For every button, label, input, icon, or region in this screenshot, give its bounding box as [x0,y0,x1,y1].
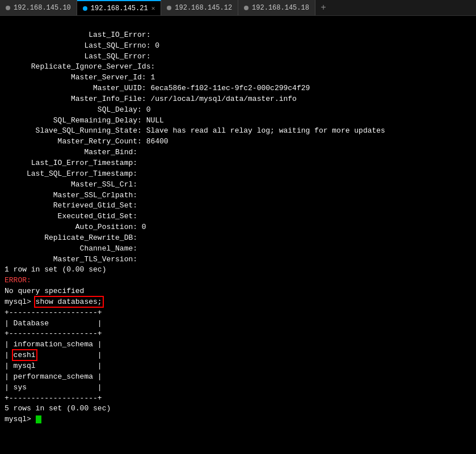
terminal-line: Executed_Gtid_Set: [5,211,471,222]
terminal-line: Replicate_Ignore_Server_Ids: [5,62,471,73]
terminal-cursor [36,415,41,423]
terminal-line: Last_SQL_Errno: 0 [5,41,471,52]
terminal-line: Auto_Position: 0 [5,222,471,233]
terminal-line: mysql> [5,414,471,425]
error-label: ERROR: [5,276,31,285]
add-tab-button[interactable]: + [315,0,331,15]
terminal-line: Retrieved_Gtid_Set: [5,201,471,211]
terminal-line: 5 rows in set (0.00 sec) [5,404,471,414]
tab-2-label: 192.168.145.21 [91,5,148,12]
terminal-line: Master_SSL_Crl: [5,180,471,190]
terminal-line: Slave_SQL_Running_State: Slave has read … [5,126,471,137]
terminal-line: Channel_Name: [5,244,471,254]
terminal-line: | information_schema | [5,340,471,350]
terminal-line: No query specified [5,286,471,297]
terminal-line: Master_Server_Id: 1 [5,73,471,83]
terminal-line: mysql> show databases; [5,297,471,308]
terminal-line: | performance_schema | [5,372,471,383]
terminal-line: Last_IO_Error_Timestamp: [5,158,471,169]
terminal-line: Master_TLS_Version: [5,254,471,265]
tab-2[interactable]: 192.168.145.21 ✕ [77,0,161,15]
tab-4-dot [244,6,248,10]
terminal-line: Master_Retry_Count: 86400 [5,137,471,147]
terminal-line: | mysql | [5,361,471,372]
tab-3[interactable]: 192.168.145.12 [161,0,238,15]
tab-2-dot [83,6,87,11]
terminal-line: Last_SQL_Error: [5,52,471,62]
terminal-line: +--------------------+ [5,308,471,319]
tab-4-label: 192.168.145.18 [252,4,309,12]
tab-3-label: 192.168.145.12 [175,4,232,12]
tab-4[interactable]: 192.168.145.18 [238,0,315,15]
terminal-output: Last_IO_Error: Last_SQL_Errno: 0 Last_SQ… [0,16,476,454]
terminal-line: Master_Bind: [5,147,471,158]
tab-1-label: 192.168.145.10 [14,4,71,12]
highlighted-command: show databases; [36,298,102,306]
terminal-line: Master_SSL_Crlpath: [5,190,471,201]
tab-3-dot [167,6,171,10]
terminal-line: Master_Info_File: /usr/local/mysql/data/… [5,94,471,105]
terminal-line: ERROR: [5,275,471,286]
terminal-line: +--------------------+ [5,393,471,404]
terminal-line: SQL_Delay: 0 [5,105,471,116]
tab-1[interactable]: 192.168.145.10 [0,0,77,15]
terminal-line: Last_IO_Error: [5,30,471,41]
terminal-line: Last_SQL_Error_Timestamp: [5,169,471,180]
tab-bar: 192.168.145.10 192.168.145.21 ✕ 192.168.… [0,0,476,16]
terminal-line: | sys | [5,383,471,393]
terminal-line: +--------------------+ [5,329,471,340]
tab-1-dot [6,6,10,10]
terminal-line: 1 row in set (0.00 sec) [5,265,471,275]
prompt: mysql> [5,298,36,306]
terminal-line: SQL_Remaining_Delay: NULL [5,116,471,126]
mysql-prompt: mysql> [5,415,36,423]
tab-2-close[interactable]: ✕ [151,5,155,12]
terminal-line: | ceshi | [5,350,471,361]
terminal-line: | Database | [5,319,471,329]
highlighted-db: ceshi [14,351,36,359]
terminal-line: Replicate_Rewrite_DB: [5,233,471,244]
terminal-line: Master_UUID: 6eca586e-f102-11ec-9fc2-000… [5,83,471,94]
